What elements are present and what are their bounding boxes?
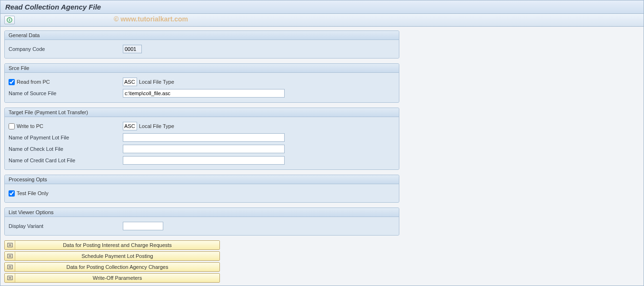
check-lot-file-label: Name of Check Lot File (9, 146, 123, 152)
expand-bar-interest-charge[interactable]: Data for Posting Interest and Charge Req… (4, 240, 220, 250)
toolbar: © www.tutorialkart.com (0, 14, 644, 27)
expand-icon (7, 265, 13, 269)
display-variant-input[interactable] (123, 222, 163, 230)
read-from-pc-checkbox[interactable] (9, 79, 15, 85)
group-header-list: List Viewer Options (5, 208, 399, 217)
display-variant-label: Display Variant (9, 223, 123, 229)
src-file-type-label: Local File Type (139, 79, 174, 85)
expand-bar-collection-charges[interactable]: Data for Posting Collection Agency Charg… (4, 262, 220, 272)
source-file-name-input[interactable] (123, 89, 285, 98)
group-target-file: Target File (Payment Lot Transfer) Write… (4, 108, 399, 170)
check-lot-file-input[interactable] (123, 145, 285, 153)
group-header-general: General Data (5, 31, 399, 40)
execute-button[interactable] (4, 16, 15, 24)
company-code-label: Company Code (9, 46, 123, 52)
payment-lot-file-input[interactable] (123, 133, 285, 142)
group-general-data: General Data Company Code (4, 30, 399, 59)
read-from-pc-label: Read from PC (17, 79, 50, 85)
watermark: © www.tutorialkart.com (114, 15, 188, 23)
write-to-pc-checkbox[interactable] (9, 123, 15, 129)
company-code-input[interactable] (123, 45, 142, 53)
write-to-pc-label: Write to PC (17, 123, 43, 129)
src-file-type-code-input[interactable] (123, 78, 137, 86)
expand-icon (7, 254, 13, 258)
expand-label: Data for Posting Interest and Charge Req… (15, 241, 219, 249)
group-processing-opts: Processing Opts Test File Only (4, 175, 399, 203)
credit-lot-file-input[interactable] (123, 156, 285, 165)
execute-icon (7, 17, 12, 23)
title-bar: Read Collection Agency File (0, 0, 644, 14)
credit-lot-file-label: Name of Credit Card Lot File (9, 158, 123, 163)
group-source-file: Srce File Read from PC Local File Type N… (4, 63, 399, 103)
test-file-only-checkbox[interactable] (9, 190, 15, 197)
test-file-only-label: Test File Only (17, 190, 49, 196)
payment-lot-file-label: Name of Payment Lot File (9, 135, 123, 140)
expand-label: Schedule Payment Lot Posting (15, 252, 219, 260)
group-header-srce: Srce File (5, 64, 399, 73)
content-area: General Data Company Code Srce File Read… (0, 27, 644, 286)
expand-icon (7, 276, 13, 280)
page-title: Read Collection Agency File (5, 3, 639, 11)
tgt-file-type-label: Local File Type (139, 123, 174, 129)
expand-bar-schedule-payment[interactable]: Schedule Payment Lot Posting (4, 251, 220, 261)
group-header-target: Target File (Payment Lot Transfer) (5, 108, 399, 117)
expand-label: Write-Off Parameters (15, 274, 219, 282)
group-header-proc: Processing Opts (5, 175, 399, 184)
tgt-file-type-code-input[interactable] (123, 122, 137, 130)
source-file-name-label: Name of Source File (9, 90, 123, 96)
svg-point-1 (9, 20, 10, 21)
group-list-viewer: List Viewer Options Display Variant (4, 207, 399, 236)
expand-label: Data for Posting Collection Agency Charg… (15, 263, 219, 271)
expand-icon (7, 243, 13, 247)
expand-bar-write-off[interactable]: Write-Off Parameters (4, 273, 220, 283)
